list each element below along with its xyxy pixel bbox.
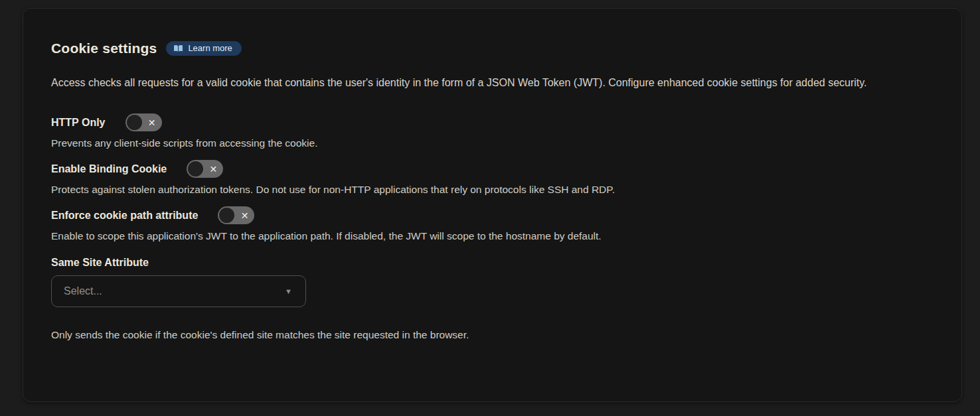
book-icon bbox=[173, 44, 183, 52]
settings-list: HTTP Only ✕ Prevents any client-side scr… bbox=[51, 113, 934, 341]
select-placeholder: Select... bbox=[64, 285, 102, 297]
section-description: Access checks all requests for a valid c… bbox=[51, 72, 934, 94]
binding-cookie-label: Enable Binding Cookie bbox=[51, 163, 167, 175]
binding-cookie-toggle[interactable]: ✕ bbox=[187, 160, 223, 178]
setting-http-only: HTTP Only ✕ Prevents any client-side scr… bbox=[51, 113, 934, 149]
learn-more-label: Learn more bbox=[188, 44, 232, 52]
http-only-label: HTTP Only bbox=[51, 117, 106, 129]
page-title: Cookie settings bbox=[51, 40, 157, 56]
x-icon: ✕ bbox=[210, 164, 218, 173]
x-icon: ✕ bbox=[241, 210, 249, 220]
same-site-label: Same Site Attribute bbox=[51, 257, 934, 269]
toggle-knob bbox=[188, 161, 203, 176]
http-only-toggle[interactable]: ✕ bbox=[125, 113, 162, 131]
toggle-knob bbox=[219, 208, 234, 223]
cookie-settings-card: Cookie settings Learn more Access checks… bbox=[23, 8, 962, 402]
same-site-select[interactable]: Select... ▼ bbox=[51, 275, 306, 307]
cookie-path-toggle[interactable]: ✕ bbox=[218, 206, 254, 224]
chevron-down-icon: ▼ bbox=[285, 287, 292, 295]
toggle-knob bbox=[127, 115, 142, 130]
cookie-path-label: Enforce cookie path attribute bbox=[51, 210, 198, 222]
http-only-help: Prevents any client-side scripts from ac… bbox=[51, 137, 934, 149]
binding-cookie-help: Protects against stolen authorization to… bbox=[51, 184, 934, 196]
cookie-path-help: Enable to scope this application's JWT t… bbox=[51, 230, 934, 242]
setting-binding-cookie: Enable Binding Cookie ✕ Protects against… bbox=[51, 160, 934, 196]
same-site-help: Only sends the cookie if the cookie's de… bbox=[51, 329, 934, 341]
learn-more-button[interactable]: Learn more bbox=[166, 41, 241, 56]
x-icon: ✕ bbox=[148, 117, 156, 127]
setting-cookie-path: Enforce cookie path attribute ✕ Enable t… bbox=[51, 206, 934, 242]
card-header: Cookie settings Learn more bbox=[51, 40, 934, 56]
